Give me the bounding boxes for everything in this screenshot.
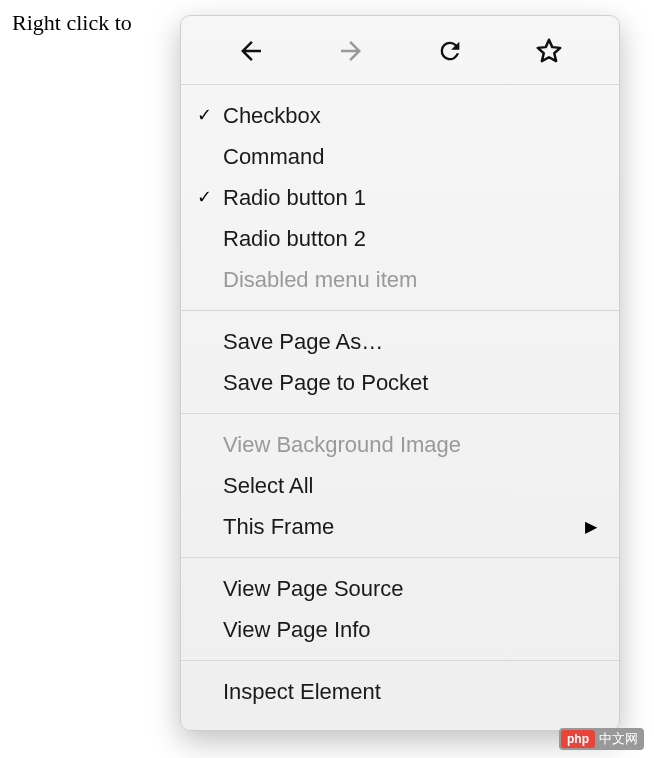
menu-item-radio-2[interactable]: Radio button 2 — [181, 218, 619, 259]
menu-item-save-to-pocket[interactable]: Save Page to Pocket — [181, 362, 619, 403]
menu-item-inspect-element[interactable]: Inspect Element — [181, 671, 619, 712]
watermark: php 中文网 — [559, 728, 644, 750]
menu-item-radio-1[interactable]: ✓ Radio button 1 — [181, 177, 619, 218]
menu-section-2: Save Page As… Save Page to Pocket — [181, 311, 619, 413]
menu-item-label: Command — [223, 140, 597, 173]
menu-item-save-page-as[interactable]: Save Page As… — [181, 321, 619, 362]
menu-section-5: Inspect Element — [181, 661, 619, 722]
menu-item-view-bg-image: View Background Image — [181, 424, 619, 465]
menu-item-label: Radio button 2 — [223, 222, 597, 255]
menu-item-label: View Background Image — [223, 428, 597, 461]
menu-item-checkbox[interactable]: ✓ Checkbox — [181, 95, 619, 136]
menu-item-label: Select All — [223, 469, 597, 502]
checkmark-icon: ✓ — [197, 184, 223, 211]
menu-item-view-page-info[interactable]: View Page Info — [181, 609, 619, 650]
checkmark-icon: ✓ — [197, 102, 223, 129]
watermark-text: 中文网 — [599, 730, 638, 748]
back-icon[interactable] — [236, 36, 266, 66]
forward-icon — [336, 36, 366, 66]
bookmark-star-icon[interactable] — [534, 36, 564, 66]
menu-item-disabled: Disabled menu item — [181, 259, 619, 300]
menu-section-1: ✓ Checkbox Command ✓ Radio button 1 Radi… — [181, 85, 619, 310]
submenu-arrow-icon: ▶ — [577, 515, 597, 539]
menu-item-view-source[interactable]: View Page Source — [181, 568, 619, 609]
menu-item-label: View Page Info — [223, 613, 597, 646]
menu-item-label: Save Page to Pocket — [223, 366, 597, 399]
menu-item-label: Disabled menu item — [223, 263, 597, 296]
reload-icon[interactable] — [436, 37, 464, 65]
context-menu: ✓ Checkbox Command ✓ Radio button 1 Radi… — [180, 15, 620, 731]
context-menu-toolbar — [181, 22, 619, 84]
menu-item-label: Radio button 1 — [223, 181, 597, 214]
menu-item-command[interactable]: Command — [181, 136, 619, 177]
menu-section-3: View Background Image Select All This Fr… — [181, 414, 619, 557]
menu-item-select-all[interactable]: Select All — [181, 465, 619, 506]
menu-item-label: View Page Source — [223, 572, 597, 605]
menu-item-label: Save Page As… — [223, 325, 597, 358]
watermark-logo: php — [561, 730, 595, 748]
menu-item-label: This Frame — [223, 510, 577, 543]
menu-item-label: Checkbox — [223, 99, 597, 132]
menu-section-4: View Page Source View Page Info — [181, 558, 619, 660]
menu-item-this-frame[interactable]: This Frame ▶ — [181, 506, 619, 547]
menu-item-label: Inspect Element — [223, 675, 597, 708]
